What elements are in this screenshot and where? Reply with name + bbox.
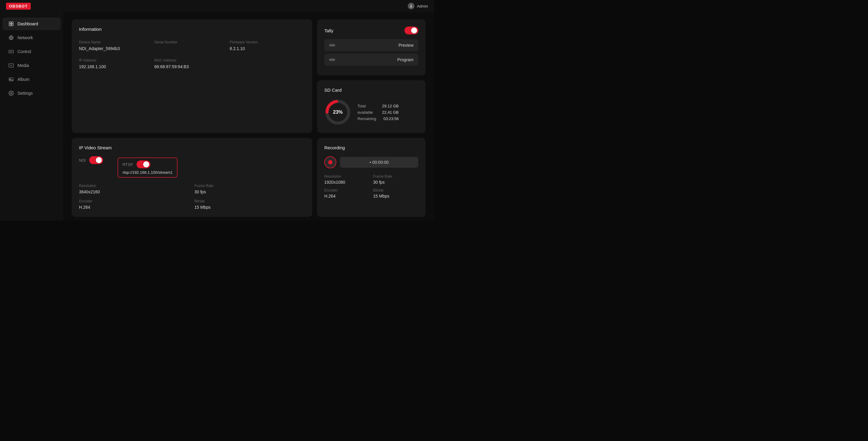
rec-resolution-value: 1920x1080	[324, 180, 370, 185]
sdcard-remaining-value: 03:23:58	[383, 116, 399, 121]
right-col-top: Tally Preview Program SD Card	[317, 19, 426, 133]
firmware-group: Firmware Version 8.2.1.10	[230, 40, 305, 51]
sdcard-available-value: 22.41 GB	[382, 110, 399, 115]
ndi-label: NDI	[79, 158, 86, 163]
sdcard-percent: 23%	[333, 110, 343, 115]
sidebar-item-settings[interactable]: Settings	[2, 87, 61, 99]
svg-point-0	[410, 4, 412, 6]
rtsp-box: RTSP rtsp://192.168.1.100/stream1	[118, 157, 177, 178]
sidebar-item-control[interactable]: Control	[2, 45, 61, 58]
mac-address-group: MAC Address 66:68:87:59:94:B3	[154, 58, 230, 69]
media-icon	[8, 63, 14, 68]
mac-label: MAC Address	[154, 58, 230, 62]
rec-resolution-group: Resolution 1920x1080	[324, 174, 370, 185]
topbar: OBSBOT Admin	[0, 0, 434, 12]
sidebar-item-album[interactable]: Album	[2, 73, 61, 86]
svg-marker-12	[11, 65, 12, 66]
logo: OBSBOT	[6, 3, 31, 10]
sidebar-label-album: Album	[18, 77, 30, 82]
rtsp-toggle-knob	[143, 161, 149, 168]
stream-bitrate-label: Bitrate	[194, 199, 305, 203]
mac-value: 66:68:87:59:94:B3	[154, 64, 230, 69]
firmware-label: Firmware Version	[230, 40, 305, 45]
rec-button[interactable]	[324, 156, 336, 168]
rec-timer: • 00:00:00	[340, 157, 418, 168]
tally-card: Tally Preview Program	[317, 19, 426, 76]
sdcard-card: SD Card 23% Total 2	[317, 80, 426, 133]
ndi-group: NDI	[79, 156, 103, 164]
stream-resolution-group: Resolution 3840x2160	[79, 184, 190, 194]
stream-framerate-group: Frame Rate 30 fps	[194, 184, 305, 194]
stream-encoder-group: Encoder H.264	[79, 199, 190, 210]
rtsp-group: RTSP rtsp://192.168.1.100/stream1	[118, 156, 177, 178]
rec-framerate-group: Frame Rate 30 fps	[373, 174, 418, 185]
program-led	[329, 59, 335, 61]
sdcard-stats: Total 29.12 GB available 22.41 GB Remain…	[358, 104, 399, 121]
rtsp-toggle[interactable]	[136, 160, 150, 168]
preview-label: Preview	[398, 43, 413, 48]
tally-title: Tally	[324, 28, 333, 33]
rec-specs: Resolution 1920x1080 Frame Rate 30 fps E…	[324, 174, 418, 199]
content: Information Device Name NDI_Adapter_5994…	[63, 12, 434, 220]
stream-framerate-label: Frame Rate	[194, 184, 305, 188]
sidebar-label-control: Control	[18, 49, 31, 54]
rec-encoder-group: Encoder H.264	[324, 188, 370, 199]
stream-title: IP Video Stream	[79, 145, 305, 150]
rec-resolution-label: Resolution	[324, 174, 370, 179]
ip-label: IP Address	[79, 58, 154, 62]
rec-encoder-label: Encoder	[324, 188, 370, 193]
serial-number-group: Serial Number	[154, 40, 230, 51]
sdcard-total-label: Total	[358, 104, 366, 108]
sidebar-label-dashboard: Dashboard	[18, 22, 38, 26]
ip-video-stream-card: IP Video Stream NDI	[72, 138, 312, 217]
svg-rect-2	[11, 22, 13, 24]
stream-resolution-value: 3840x2160	[79, 189, 190, 194]
sidebar-item-dashboard[interactable]: Dashboard	[2, 18, 61, 30]
sidebar-item-network[interactable]: Network	[2, 31, 61, 44]
svg-rect-1	[9, 22, 11, 24]
stream-resolution-label: Resolution	[79, 184, 190, 188]
sdcard-donut: 23%	[324, 99, 351, 126]
svg-rect-3	[9, 24, 11, 26]
information-card: Information Device Name NDI_Adapter_5994…	[72, 19, 312, 133]
svg-rect-4	[11, 24, 13, 26]
sidebar-item-media[interactable]: Media	[2, 59, 61, 72]
firmware-value: 8.2.1.10	[230, 46, 305, 51]
information-title: Information	[79, 27, 305, 32]
sdcard-remaining-label: Remaining	[358, 116, 376, 121]
rec-framerate-label: Frame Rate	[373, 174, 418, 179]
album-icon	[8, 77, 14, 82]
stream-specs: Resolution 3840x2160 Frame Rate 30 fps E…	[79, 184, 305, 210]
sidebar: Dashboard Network Control Media Album	[0, 12, 63, 220]
main-layout: Dashboard Network Control Media Album	[0, 12, 434, 220]
stream-toggles: NDI RTSP	[79, 156, 305, 178]
rtsp-url: rtsp://192.168.1.100/stream1	[122, 170, 173, 175]
device-name-label: Device Name	[79, 40, 154, 45]
rec-bitrate-value: 15 Mbps	[373, 194, 418, 199]
ip-address-group: IP Address 192.168.1.100	[79, 58, 154, 69]
avatar-icon	[408, 3, 414, 9]
rec-encoder-value: H.264	[324, 194, 370, 199]
program-label: Program	[397, 57, 413, 62]
sidebar-label-media: Media	[18, 63, 29, 68]
stream-encoder-value: H.264	[79, 205, 190, 210]
sdcard-total-value: 29.12 GB	[382, 104, 399, 108]
ip-value: 192.168.1.100	[79, 64, 154, 69]
stream-bitrate-group: Bitrate 15 Mbps	[194, 199, 305, 210]
network-icon	[8, 35, 14, 40]
dashboard-icon	[8, 21, 14, 27]
sdcard-content: 23% Total 29.12 GB available 22.41 GB Re…	[324, 99, 418, 126]
svg-point-15	[10, 93, 12, 94]
tally-toggle[interactable]	[404, 27, 418, 34]
control-icon	[8, 49, 14, 54]
ndi-toggle-knob	[96, 157, 102, 163]
settings-icon	[8, 90, 14, 96]
tally-toggle-knob	[411, 27, 417, 33]
device-name-value: NDI_Adapter_5994b3	[79, 46, 154, 51]
stream-bitrate-value: 15 Mbps	[194, 205, 305, 210]
ndi-toggle[interactable]	[89, 156, 103, 164]
rec-framerate-value: 30 fps	[373, 180, 418, 185]
rec-bitrate-label: Bitrate	[373, 188, 418, 193]
rtsp-label: RTSP	[122, 162, 133, 167]
tally-program-row: Program	[324, 54, 418, 66]
